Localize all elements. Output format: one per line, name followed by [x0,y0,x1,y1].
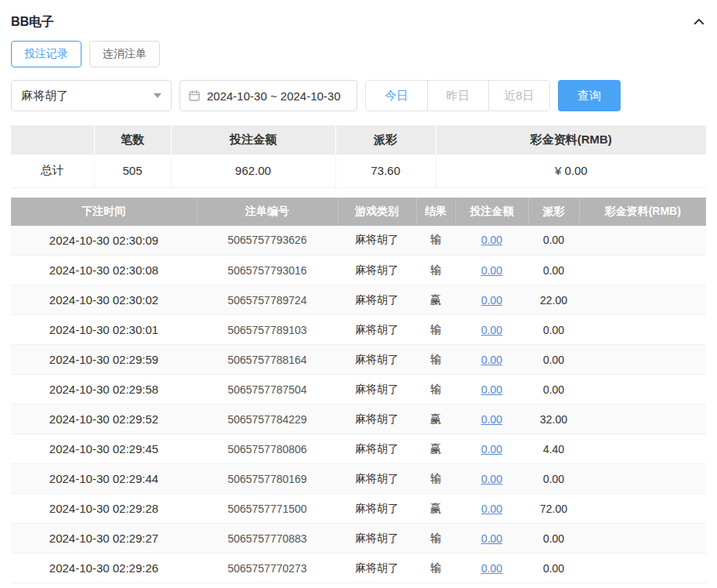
summary-column-header: 彩金资料(RMB) [436,125,706,154]
bet-amount-link[interactable]: 0.00 [481,443,502,456]
summary-payout-value: 73.60 [335,154,436,187]
cell-bet-amount: 0.00 [455,375,528,405]
cell-order-id: 5065757793626 [197,226,338,256]
cell-result: 输 [416,256,455,285]
cell-bonus [579,494,706,524]
column-header: 彩金资料(RMB) [579,198,706,226]
cell-game-type: 麻将胡了 [338,464,416,494]
cell-order-id: 5065757780806 [197,434,338,464]
bet-amount-link[interactable]: 0.00 [481,354,502,366]
cell-payout: 32.00 [528,405,579,434]
column-header: 结果 [416,198,455,226]
cell-game-type: 麻将胡了 [338,256,416,285]
cell-bet-time: 2024-10-30 02:30:02 [11,285,197,315]
date-range-picker[interactable]: 2024-10-30 ~ 2024-10-30 [179,80,357,111]
cell-order-id: 5065757793016 [197,256,338,285]
cell-game-type: 麻将胡了 [338,524,416,554]
game-type-select[interactable]: 麻将胡了 [11,80,172,111]
cell-bet-amount: 0.00 [455,405,528,434]
cell-order-id: 5065757784229 [197,405,338,434]
record-tabs: 投注记录 连消注单 [11,41,706,67]
cell-order-id: 5065757770883 [197,524,338,554]
table-row: 2024-10-30 02:30:085065757793016麻将胡了输0.0… [11,256,706,285]
cell-bonus [579,315,706,345]
bet-amount-link[interactable]: 0.00 [481,503,502,515]
cell-order-id: 5065757789724 [197,285,338,315]
bet-amount-link[interactable]: 0.00 [481,294,502,307]
cell-game-type: 麻将胡了 [338,345,416,375]
table-row: 2024-10-30 02:29:285065757771500麻将胡了赢0.0… [11,494,706,524]
summary-header-row: 笔数投注金额派彩彩金资料(RMB) [11,125,706,154]
quick-btn-last8days[interactable]: 近8日 [488,81,549,111]
summary-column-header: 派彩 [335,125,436,154]
cell-payout: 0.00 [528,256,579,285]
cell-result: 输 [416,554,455,583]
bet-amount-link[interactable]: 0.00 [481,473,502,485]
cell-bonus [579,375,706,405]
page-title: BB电子 [11,14,54,31]
bet-amount-link[interactable]: 0.00 [481,383,502,396]
cell-bet-amount: 0.00 [455,285,528,315]
table-row: 2024-10-30 02:30:095065757793626麻将胡了输0.0… [11,226,706,256]
cell-bet-time: 2024-10-30 02:29:26 [11,554,197,583]
cell-bet-time: 2024-10-30 02:29:27 [11,524,197,554]
cell-result: 输 [416,464,455,494]
table-row: 2024-10-30 02:29:445065757780169麻将胡了输0.0… [11,464,706,494]
cell-payout: 0.00 [528,345,579,375]
game-type-select-value: 麻将胡了 [21,89,68,103]
summary-column-header [11,125,94,154]
cell-bet-time: 2024-10-30 02:29:28 [11,494,197,524]
cell-bonus [579,524,706,554]
cell-payout: 22.00 [528,285,579,315]
cell-result: 输 [416,524,455,554]
cell-result: 赢 [416,285,455,315]
bb-electronic-panel: BB电子 投注记录 连消注单 麻将胡了 2024-10-30 ~ 2024-10… [0,0,717,583]
quick-btn-today[interactable]: 今日 [366,81,427,111]
tab-combo-orders[interactable]: 连消注单 [89,41,160,67]
filter-bar: 麻将胡了 2024-10-30 ~ 2024-10-30 今日 昨日 近8日 查… [11,80,706,111]
cell-bet-amount: 0.00 [455,315,528,345]
table-row: 2024-10-30 02:29:595065757788164麻将胡了输0.0… [11,345,706,375]
collapse-chevron-up-icon[interactable] [692,15,706,29]
table-row: 2024-10-30 02:29:455065757780806麻将胡了赢0.0… [11,434,706,464]
cell-game-type: 麻将胡了 [338,375,416,405]
cell-result: 赢 [416,405,455,434]
cell-game-type: 麻将胡了 [338,494,416,524]
cell-bet-amount: 0.00 [455,494,528,524]
bet-amount-link[interactable]: 0.00 [481,562,502,575]
column-header: 派彩 [528,198,579,226]
bet-amount-link[interactable]: 0.00 [481,234,502,246]
summary-bet-amount-value: 962.00 [171,154,335,187]
cell-game-type: 麻将胡了 [338,315,416,345]
tab-bet-records[interactable]: 投注记录 [11,41,81,67]
bet-table-header-row: 下注时间注单编号游戏类别结果投注金额派彩彩金资料(RMB) [11,198,706,226]
cell-bonus [579,226,706,256]
summary-total-label: 总计 [11,154,94,187]
bet-amount-link[interactable]: 0.00 [481,413,502,426]
cell-game-type: 麻将胡了 [338,554,416,583]
cell-payout: 0.00 [528,524,579,554]
cell-payout: 0.00 [528,375,579,405]
cell-result: 赢 [416,434,455,464]
quick-btn-yesterday[interactable]: 昨日 [427,81,488,111]
cell-bet-amount: 0.00 [455,345,528,375]
panel-header: BB电子 [11,0,706,33]
cell-payout: 4.40 [528,434,579,464]
bet-records-table: 下注时间注单编号游戏类别结果投注金额派彩彩金资料(RMB) 2024-10-30… [11,198,706,584]
search-button[interactable]: 查询 [558,80,621,111]
cell-bet-amount: 0.00 [455,464,528,494]
bet-amount-link[interactable]: 0.00 [481,264,502,277]
cell-game-type: 麻将胡了 [338,405,416,434]
table-row: 2024-10-30 02:30:025065757789724麻将胡了赢0.0… [11,285,706,315]
cell-order-id: 5065757770273 [197,554,338,583]
cell-order-id: 5065757787504 [197,375,338,405]
cell-bet-amount: 0.00 [455,256,528,285]
cell-bet-amount: 0.00 [455,554,528,583]
cell-bonus [579,345,706,375]
bet-table-body: 2024-10-30 02:30:095065757793626麻将胡了输0.0… [11,226,706,583]
bet-amount-link[interactable]: 0.00 [481,324,502,336]
bet-amount-link[interactable]: 0.00 [481,532,502,545]
summary-column-header: 投注金额 [171,125,335,154]
cell-bet-time: 2024-10-30 02:29:52 [11,405,197,434]
summary-bonus-value: ¥ 0.00 [436,154,706,187]
